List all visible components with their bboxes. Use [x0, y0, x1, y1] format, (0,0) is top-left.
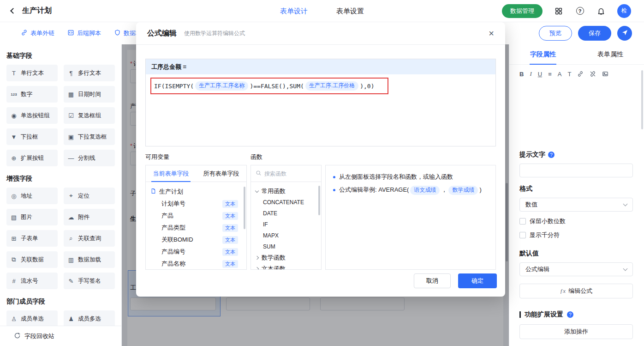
properties-tabs: 字段属性 表单属性	[509, 44, 644, 65]
tab-form-design[interactable]: 表单设计	[280, 7, 308, 16]
form-external-link[interactable]: 表单外链	[21, 29, 54, 37]
underline-icon[interactable]: U	[538, 71, 542, 78]
cancel-button[interactable]: 取消	[414, 273, 451, 288]
tab-field-properties[interactable]: 字段属性	[509, 44, 577, 64]
field-item-member-multi[interactable]: ♟成员多选	[64, 310, 115, 327]
field-item-extend-button[interactable]: ⊕扩展按钮	[6, 150, 58, 166]
insert-link-icon[interactable]	[577, 71, 584, 77]
default-value-select[interactable]: 公式编辑	[519, 262, 633, 276]
align-icon[interactable]: ≡	[548, 71, 552, 78]
function-group-common[interactable]: 常用函数	[251, 186, 321, 197]
variables-list: 生产计划 计划单号文本 产品文本 产品类型文本 关联BOMID文本 产品编号文本…	[146, 182, 246, 269]
preview-button[interactable]: 预览	[539, 26, 572, 41]
help-icon[interactable]: ?	[575, 6, 585, 16]
function-item[interactable]: CONCATENATE	[251, 197, 321, 208]
format-select[interactable]: 数值	[519, 198, 633, 212]
close-icon[interactable]: ×	[489, 29, 494, 38]
back-button[interactable]	[7, 6, 18, 17]
field-item-number[interactable]: 123数字	[6, 86, 58, 103]
function-item[interactable]: DATE	[251, 208, 321, 219]
function-item[interactable]: SUM	[251, 241, 321, 252]
font-size-icon[interactable]: T	[567, 71, 571, 78]
chevron-down-icon	[623, 266, 628, 271]
formula-content[interactable]: IF(ISEMPTY(生产工序.工序名称)==FALSE(),SUM(生产工序.…	[146, 74, 495, 97]
variable-row[interactable]: 产品类型文本	[150, 222, 244, 234]
field-recycle-bin[interactable]: 字段回收站	[0, 326, 121, 346]
field-item-address[interactable]: ◎地址	[6, 188, 58, 204]
tab-all-form-fields[interactable]: 所有表单字段	[196, 165, 246, 182]
variable-row[interactable]: 产品名称文本	[150, 258, 244, 269]
field-item-related-query[interactable]: ⌕关联查询	[64, 230, 115, 247]
form-external-label: 表单外链	[30, 29, 54, 37]
field-item-single-text[interactable]: T单行文本	[6, 65, 58, 81]
field-item-datetime[interactable]: ▦日期时间	[64, 86, 115, 103]
function-group-text[interactable]: 文本函数	[251, 263, 321, 270]
field-item-multiline-text[interactable]: ¶多行文本	[64, 65, 115, 81]
field-item-subform[interactable]: ⊞子表单	[6, 230, 58, 247]
bold-icon[interactable]: B	[519, 71, 524, 78]
function-item[interactable]: MAPX	[251, 230, 321, 241]
field-ref-pill[interactable]: 生产工序.工序名称	[195, 81, 248, 91]
variable-row[interactable]: 产品文本	[150, 210, 244, 222]
font-color-icon[interactable]: A	[558, 71, 562, 78]
tab-form-settings[interactable]: 表单设置	[336, 7, 364, 16]
variables-tabs: 当前表单字段 所有表单字段	[146, 165, 246, 182]
field-item-member-single[interactable]: ♙成员单选	[6, 310, 58, 327]
backend-script-link[interactable]: 后端脚本	[67, 29, 101, 37]
chevron-left-icon	[10, 8, 16, 14]
center-tabs: 表单设计 表单设置	[280, 0, 364, 22]
bell-icon[interactable]	[596, 6, 606, 16]
help-icon[interactable]: ?	[548, 152, 555, 158]
field-item-signature[interactable]: ✎手写签名	[64, 273, 115, 289]
field-item-attachment[interactable]: ☁附件	[64, 209, 115, 225]
app-title: 生产计划	[22, 6, 52, 16]
variable-row[interactable]: 关联BOMID文本	[150, 234, 244, 246]
italic-icon[interactable]: I	[530, 70, 531, 78]
help-icon[interactable]: ?	[567, 311, 573, 318]
field-item-divider[interactable]: —分割线	[64, 150, 115, 166]
formula-editor[interactable]: 工序总金额 = IF(ISEMPTY(生产工序.工序名称)==FALSE(),S…	[145, 59, 496, 146]
text-icon: T	[10, 70, 18, 77]
chevron-down-icon	[623, 201, 628, 206]
field-item-radio-group[interactable]: ◉单选按钮组	[6, 107, 58, 124]
thousands-separator-checkbox[interactable]: 显示千分符	[519, 231, 633, 239]
field-item-location[interactable]: ⌖定位	[64, 188, 115, 204]
panel-scrollbar[interactable]	[641, 70, 643, 129]
unlink-icon[interactable]	[590, 71, 596, 77]
variable-row[interactable]: 产品编号文本	[150, 246, 244, 258]
function-group-math[interactable]: 数学函数	[251, 252, 321, 263]
field-item-dropdown-multi[interactable]: ▣下拉复选框	[64, 128, 115, 145]
field-item-image[interactable]: ▧图片	[6, 209, 58, 225]
decimal-places-checkbox[interactable]: 保留小数位数	[519, 217, 633, 225]
variables-tree-root[interactable]: 生产计划	[150, 186, 244, 198]
field-ref-pill[interactable]: 生产工序.工序价格	[305, 81, 358, 91]
confirm-button[interactable]: 确定	[458, 273, 497, 288]
publish-button[interactable]	[617, 26, 632, 41]
add-action-button[interactable]: 添加操作	[519, 324, 633, 339]
avatar[interactable]: 检	[617, 4, 631, 18]
hint-text-input[interactable]	[519, 164, 633, 177]
field-palette: 基础字段 T单行文本 ¶多行文本 123数字 ▦日期时间 ◉单选按钮组 ☑复选框…	[0, 44, 122, 346]
insert-image-icon[interactable]	[602, 71, 608, 77]
edit-formula-button[interactable]: ƒx编辑公式	[519, 284, 633, 298]
field-item-serial-number[interactable]: #流水号	[6, 273, 58, 289]
variables-label: 可用变量	[145, 153, 250, 161]
function-search-input[interactable]	[264, 170, 316, 177]
field-item-checkbox-group[interactable]: ☑复选框组	[64, 107, 115, 124]
function-item[interactable]: IF	[251, 219, 321, 230]
modal-title: 公式编辑	[147, 29, 177, 38]
variables-scrollbar[interactable]	[244, 187, 245, 229]
functions-scrollbar[interactable]	[318, 186, 320, 215]
field-item-related-data[interactable]: ⧉关联数据	[6, 251, 58, 268]
location-icon: ⌖	[67, 192, 75, 200]
save-button[interactable]: 保存	[578, 26, 611, 41]
tab-current-form-fields[interactable]: 当前表单字段	[146, 165, 196, 182]
field-item-data-load[interactable]: ▥数据加载	[64, 251, 115, 268]
field-title-editor[interactable]	[509, 80, 644, 143]
modal-header: 公式编辑 使用数学运算符编辑公式 ×	[136, 22, 505, 45]
tab-form-properties[interactable]: 表单属性	[577, 44, 644, 64]
field-item-dropdown[interactable]: ▼下拉框	[6, 128, 58, 145]
variable-row[interactable]: 计划单号文本	[150, 198, 244, 210]
apps-icon[interactable]	[554, 6, 564, 16]
data-manage-button[interactable]: 数据管理	[502, 4, 543, 18]
